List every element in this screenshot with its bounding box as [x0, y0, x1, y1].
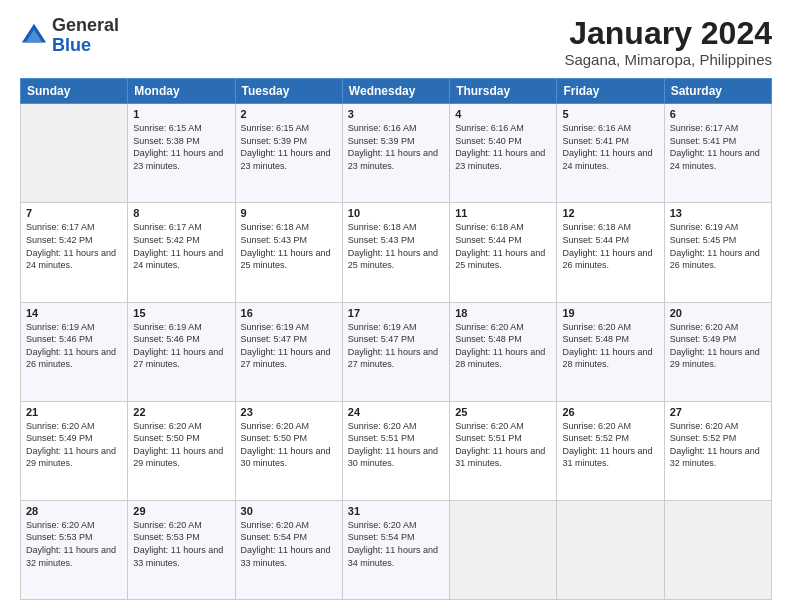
table-row: 12 Sunrise: 6:18 AM Sunset: 5:44 PM Dayl… [557, 203, 664, 302]
cell-content: Sunrise: 6:19 AM Sunset: 5:45 PM Dayligh… [670, 221, 766, 271]
daylight-text: Daylight: 11 hours and 28 minutes. [562, 347, 652, 370]
daylight-text: Daylight: 11 hours and 23 minutes. [348, 148, 438, 171]
col-sunday: Sunday [21, 79, 128, 104]
cell-content: Sunrise: 6:20 AM Sunset: 5:48 PM Dayligh… [562, 321, 658, 371]
cell-content: Sunrise: 6:18 AM Sunset: 5:43 PM Dayligh… [348, 221, 444, 271]
day-number: 13 [670, 207, 766, 219]
table-row: 30 Sunrise: 6:20 AM Sunset: 5:54 PM Dayl… [235, 500, 342, 599]
sunrise-text: Sunrise: 6:18 AM [348, 222, 417, 232]
sunrise-text: Sunrise: 6:17 AM [26, 222, 95, 232]
sunset-text: Sunset: 5:40 PM [455, 136, 522, 146]
table-row: 19 Sunrise: 6:20 AM Sunset: 5:48 PM Dayl… [557, 302, 664, 401]
location-title: Sagana, Mimaropa, Philippines [564, 51, 772, 68]
logo-icon [20, 22, 48, 50]
day-number: 12 [562, 207, 658, 219]
sunset-text: Sunset: 5:43 PM [241, 235, 308, 245]
table-row: 7 Sunrise: 6:17 AM Sunset: 5:42 PM Dayli… [21, 203, 128, 302]
day-number: 8 [133, 207, 229, 219]
cell-content: Sunrise: 6:20 AM Sunset: 5:53 PM Dayligh… [133, 519, 229, 569]
sunrise-text: Sunrise: 6:17 AM [133, 222, 202, 232]
day-number: 19 [562, 307, 658, 319]
day-number: 21 [26, 406, 122, 418]
sunset-text: Sunset: 5:41 PM [562, 136, 629, 146]
daylight-text: Daylight: 11 hours and 25 minutes. [241, 248, 331, 271]
day-number: 22 [133, 406, 229, 418]
sunset-text: Sunset: 5:51 PM [348, 433, 415, 443]
sunrise-text: Sunrise: 6:15 AM [133, 123, 202, 133]
cell-content: Sunrise: 6:19 AM Sunset: 5:46 PM Dayligh… [26, 321, 122, 371]
table-row: 25 Sunrise: 6:20 AM Sunset: 5:51 PM Dayl… [450, 401, 557, 500]
sunrise-text: Sunrise: 6:17 AM [670, 123, 739, 133]
daylight-text: Daylight: 11 hours and 24 minutes. [670, 148, 760, 171]
sunset-text: Sunset: 5:54 PM [348, 532, 415, 542]
daylight-text: Daylight: 11 hours and 25 minutes. [455, 248, 545, 271]
cell-content: Sunrise: 6:17 AM Sunset: 5:42 PM Dayligh… [26, 221, 122, 271]
sunset-text: Sunset: 5:52 PM [562, 433, 629, 443]
cell-content: Sunrise: 6:20 AM Sunset: 5:53 PM Dayligh… [26, 519, 122, 569]
cell-content: Sunrise: 6:17 AM Sunset: 5:41 PM Dayligh… [670, 122, 766, 172]
day-number: 18 [455, 307, 551, 319]
table-row: 15 Sunrise: 6:19 AM Sunset: 5:46 PM Dayl… [128, 302, 235, 401]
sunset-text: Sunset: 5:44 PM [562, 235, 629, 245]
logo-text: General Blue [52, 16, 119, 56]
day-number: 31 [348, 505, 444, 517]
sunrise-text: Sunrise: 6:19 AM [26, 322, 95, 332]
cell-content: Sunrise: 6:16 AM Sunset: 5:39 PM Dayligh… [348, 122, 444, 172]
day-number: 14 [26, 307, 122, 319]
table-row [664, 500, 771, 599]
header: General Blue January 2024 Sagana, Mimaro… [20, 16, 772, 68]
calendar-week-0: 1 Sunrise: 6:15 AM Sunset: 5:38 PM Dayli… [21, 104, 772, 203]
sunrise-text: Sunrise: 6:20 AM [455, 322, 524, 332]
month-title: January 2024 [564, 16, 772, 51]
table-row: 16 Sunrise: 6:19 AM Sunset: 5:47 PM Dayl… [235, 302, 342, 401]
table-row: 6 Sunrise: 6:17 AM Sunset: 5:41 PM Dayli… [664, 104, 771, 203]
table-row: 3 Sunrise: 6:16 AM Sunset: 5:39 PM Dayli… [342, 104, 449, 203]
sunrise-text: Sunrise: 6:20 AM [562, 421, 631, 431]
cell-content: Sunrise: 6:15 AM Sunset: 5:39 PM Dayligh… [241, 122, 337, 172]
cell-content: Sunrise: 6:20 AM Sunset: 5:54 PM Dayligh… [241, 519, 337, 569]
table-row: 27 Sunrise: 6:20 AM Sunset: 5:52 PM Dayl… [664, 401, 771, 500]
logo: General Blue [20, 16, 119, 56]
logo-general: General [52, 15, 119, 35]
day-number: 9 [241, 207, 337, 219]
cell-content: Sunrise: 6:19 AM Sunset: 5:47 PM Dayligh… [241, 321, 337, 371]
sunrise-text: Sunrise: 6:18 AM [562, 222, 631, 232]
daylight-text: Daylight: 11 hours and 26 minutes. [562, 248, 652, 271]
daylight-text: Daylight: 11 hours and 30 minutes. [348, 446, 438, 469]
cell-content: Sunrise: 6:16 AM Sunset: 5:41 PM Dayligh… [562, 122, 658, 172]
cell-content: Sunrise: 6:20 AM Sunset: 5:50 PM Dayligh… [241, 420, 337, 470]
calendar-week-3: 21 Sunrise: 6:20 AM Sunset: 5:49 PM Dayl… [21, 401, 772, 500]
daylight-text: Daylight: 11 hours and 33 minutes. [241, 545, 331, 568]
table-row: 4 Sunrise: 6:16 AM Sunset: 5:40 PM Dayli… [450, 104, 557, 203]
day-number: 4 [455, 108, 551, 120]
daylight-text: Daylight: 11 hours and 30 minutes. [241, 446, 331, 469]
sunrise-text: Sunrise: 6:16 AM [455, 123, 524, 133]
sunrise-text: Sunrise: 6:20 AM [133, 421, 202, 431]
col-saturday: Saturday [664, 79, 771, 104]
daylight-text: Daylight: 11 hours and 27 minutes. [133, 347, 223, 370]
sunset-text: Sunset: 5:42 PM [26, 235, 93, 245]
daylight-text: Daylight: 11 hours and 24 minutes. [133, 248, 223, 271]
daylight-text: Daylight: 11 hours and 25 minutes. [348, 248, 438, 271]
day-number: 1 [133, 108, 229, 120]
sunset-text: Sunset: 5:49 PM [26, 433, 93, 443]
calendar-week-2: 14 Sunrise: 6:19 AM Sunset: 5:46 PM Dayl… [21, 302, 772, 401]
table-row: 18 Sunrise: 6:20 AM Sunset: 5:48 PM Dayl… [450, 302, 557, 401]
cell-content: Sunrise: 6:20 AM Sunset: 5:49 PM Dayligh… [670, 321, 766, 371]
cell-content: Sunrise: 6:18 AM Sunset: 5:44 PM Dayligh… [455, 221, 551, 271]
sunset-text: Sunset: 5:52 PM [670, 433, 737, 443]
sunset-text: Sunset: 5:50 PM [133, 433, 200, 443]
cell-content: Sunrise: 6:20 AM Sunset: 5:51 PM Dayligh… [348, 420, 444, 470]
day-number: 26 [562, 406, 658, 418]
sunrise-text: Sunrise: 6:16 AM [348, 123, 417, 133]
cell-content: Sunrise: 6:19 AM Sunset: 5:46 PM Dayligh… [133, 321, 229, 371]
header-row: Sunday Monday Tuesday Wednesday Thursday… [21, 79, 772, 104]
daylight-text: Daylight: 11 hours and 29 minutes. [133, 446, 223, 469]
sunset-text: Sunset: 5:49 PM [670, 334, 737, 344]
table-row: 10 Sunrise: 6:18 AM Sunset: 5:43 PM Dayl… [342, 203, 449, 302]
day-number: 15 [133, 307, 229, 319]
day-number: 24 [348, 406, 444, 418]
col-friday: Friday [557, 79, 664, 104]
cell-content: Sunrise: 6:20 AM Sunset: 5:49 PM Dayligh… [26, 420, 122, 470]
daylight-text: Daylight: 11 hours and 23 minutes. [455, 148, 545, 171]
